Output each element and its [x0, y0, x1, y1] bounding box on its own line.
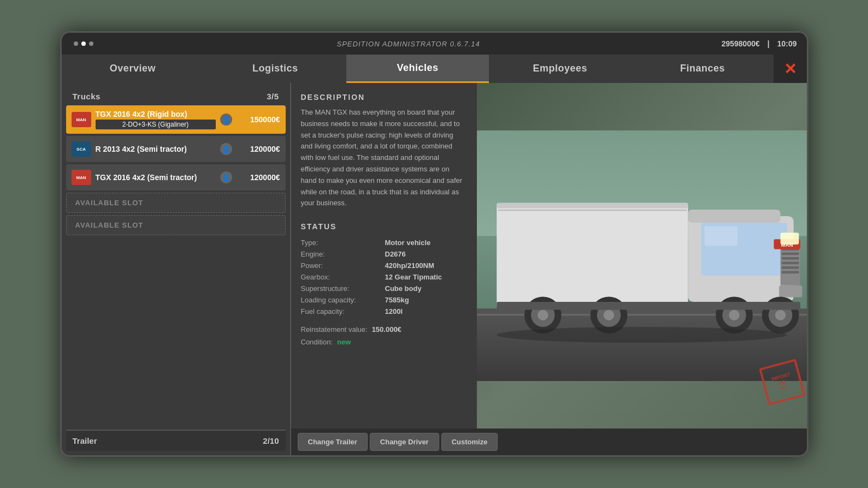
action-buttons: Change Trailer Change Driver Customize	[291, 429, 807, 455]
status-label-fuel: Fuel capacity:	[301, 307, 383, 316]
vehicle-info-3: TGX 2016 4x2 (Semi tractor)	[96, 173, 216, 182]
status-value-power: 420hp/2100NM	[385, 261, 467, 270]
time: 10:09	[777, 39, 797, 48]
status-label-superstructure: Superstructure:	[301, 284, 383, 293]
svg-rect-8	[688, 210, 780, 223]
left-panel: Trucks 3/5 MAN TGX 2016 4x2 (Rigid box) …	[62, 83, 291, 455]
vehicle-item-3[interactable]: MAN TGX 2016 4x2 (Semi tractor) 👤 120000…	[66, 164, 286, 191]
tab-employees[interactable]: Employees	[489, 55, 631, 83]
vehicle-info-2: R 2013 4x2 (Semi tractor)	[96, 145, 216, 153]
tab-finances[interactable]: Finances	[631, 55, 774, 83]
status-value-loading: 7585kg	[385, 296, 467, 304]
status-value-gearbox: 12 Gear Tipmatic	[385, 273, 467, 281]
svg-point-24	[538, 310, 548, 320]
man-logo-1: MAN	[72, 112, 91, 127]
svg-point-33	[775, 310, 786, 320]
vehicle-price-1: 150000€	[237, 115, 280, 124]
vehicle-sub-1: 2-DO+3-KS (Gigaliner)	[96, 120, 216, 129]
svg-rect-5	[497, 203, 688, 209]
trucks-count: 3/5	[267, 92, 279, 101]
svg-rect-17	[782, 271, 799, 273]
description-text: The MAN TGX has everything on board that…	[301, 107, 467, 209]
dot-2	[81, 41, 86, 46]
vehicle-list: MAN TGX 2016 4x2 (Rigid box) 2-DO+3-KS (…	[66, 105, 286, 235]
status-label-type: Type:	[301, 239, 383, 247]
svg-point-27	[603, 310, 613, 320]
scania-logo-2: SCA	[72, 141, 91, 157]
driver-icon-1: 👤	[220, 114, 232, 126]
reinstatement-row: Reinstatement value: 150.000€	[301, 325, 467, 334]
reinstatement-value: 150.000€	[372, 325, 401, 334]
man-logo-3: MAN	[72, 170, 91, 185]
status-value-superstructure: Cube body	[385, 284, 467, 293]
condition-row: Condition: new	[301, 338, 467, 346]
svg-rect-10	[704, 226, 737, 246]
vehicle-name-3: TGX 2016 4x2 (Semi tractor)	[96, 173, 216, 182]
available-slot-1[interactable]: AVAILABLE SLOT	[66, 193, 286, 213]
dot-3	[89, 41, 93, 46]
trailer-label: Trailer	[73, 436, 97, 445]
svg-rect-4	[497, 203, 688, 308]
vehicle-price-3: 120000€	[237, 173, 280, 182]
vehicle-info-1: TGX 2016 4x2 (Rigid box) 2-DO+3-KS (Giga…	[96, 110, 216, 129]
truck-svg: MAN	[477, 83, 807, 429]
reinstatement-label: Reinstatement value:	[301, 325, 368, 334]
tab-overview[interactable]: Overview	[62, 55, 204, 83]
svg-rect-14	[782, 257, 799, 260]
dot-1	[74, 41, 78, 46]
svg-point-30	[729, 310, 739, 320]
svg-rect-6	[498, 210, 686, 211]
tab-bar: Overview Logistics Vehicles Employees Fi…	[62, 55, 807, 83]
status-value-engine: D2676	[385, 250, 467, 258]
status-value-type: Motor vehicle	[385, 239, 467, 247]
detail-text: DESCRIPTION The MAN TGX has everything o…	[291, 83, 477, 429]
driver-icon-3: 👤	[220, 171, 232, 183]
main-content: Trucks 3/5 MAN TGX 2016 4x2 (Rigid box) …	[62, 83, 807, 455]
svg-rect-11	[780, 246, 800, 285]
main-window: SPEDITION ADMINISTRATOR 0.6.7.14 2959800…	[60, 31, 808, 457]
trailer-count: 2/10	[263, 436, 279, 445]
status-label-loading: Loading capacity:	[301, 296, 383, 304]
tab-logistics[interactable]: Logistics	[204, 55, 346, 83]
app-title: SPEDITION ADMINISTRATOR 0.6.7.14	[336, 40, 480, 48]
condition-value: new	[337, 338, 351, 346]
balance: 29598000€	[722, 39, 760, 48]
vehicle-name-2: R 2013 4x2 (Semi tractor)	[96, 145, 216, 153]
vehicle-name-1: TGX 2016 4x2 (Rigid box)	[96, 110, 216, 118]
driver-icon-2: 👤	[220, 143, 232, 155]
trucks-label: Trucks	[73, 92, 101, 101]
condition-label: Condition:	[301, 338, 333, 346]
svg-rect-21	[780, 233, 799, 245]
status-label-engine: Engine:	[301, 250, 383, 258]
right-panel: DESCRIPTION The MAN TGX has everything o…	[291, 83, 807, 455]
customize-button[interactable]: Customize	[441, 433, 498, 451]
trailer-section: Trailer 2/10	[66, 430, 286, 451]
dots-indicator	[72, 39, 96, 48]
tab-vehicles[interactable]: Vehicles	[346, 55, 489, 83]
vehicle-item-2[interactable]: SCA R 2013 4x2 (Semi tractor) 👤 120000€	[66, 136, 286, 162]
status-grid: Type: Motor vehicle Engine: D2676 Power:…	[301, 239, 467, 316]
svg-rect-16	[782, 266, 799, 269]
description-title: DESCRIPTION	[301, 93, 467, 102]
title-bar: SPEDITION ADMINISTRATOR 0.6.7.14 2959800…	[62, 33, 807, 55]
vehicle-item-1[interactable]: MAN TGX 2016 4x2 (Rigid box) 2-DO+3-KS (…	[66, 105, 286, 134]
separator: |	[767, 39, 770, 48]
svg-rect-15	[782, 261, 799, 264]
title-bar-right: 29598000€ | 10:09	[722, 39, 797, 48]
change-trailer-button[interactable]: Change Trailer	[298, 433, 368, 451]
detail-area: DESCRIPTION The MAN TGX has everything o…	[291, 83, 807, 429]
svg-rect-20	[779, 285, 802, 297]
status-title: STATUS	[301, 222, 467, 231]
available-slot-2[interactable]: AVAILABLE SLOT	[66, 215, 286, 235]
svg-point-35	[497, 327, 787, 343]
status-label-power: Power:	[301, 261, 383, 270]
status-label-gearbox: Gearbox:	[301, 273, 383, 281]
status-value-fuel: 1200l	[385, 307, 467, 316]
vehicle-price-2: 120000€	[237, 145, 280, 153]
trucks-header: Trucks 3/5	[66, 87, 286, 105]
svg-rect-34	[497, 302, 800, 310]
vehicle-image-area: MAN	[477, 83, 807, 429]
close-button[interactable]: ✕	[773, 55, 806, 83]
change-driver-button[interactable]: Change Driver	[370, 433, 439, 451]
svg-rect-13	[782, 252, 799, 255]
